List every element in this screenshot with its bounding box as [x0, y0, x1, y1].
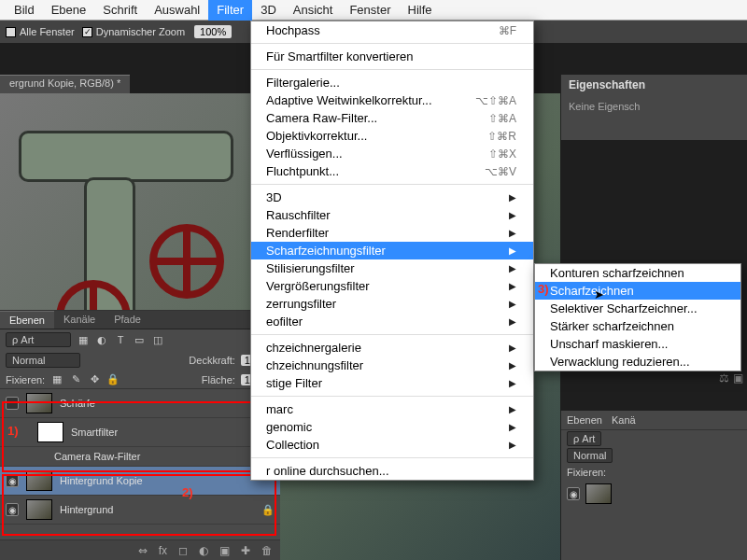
- layer-hintergrund-kopie[interactable]: ◉ Hintergrund Kopie: [0, 467, 280, 496]
- smi-staerker[interactable]: Stärker scharfzeichnen: [535, 317, 740, 335]
- link-layers-icon[interactable]: ⇔: [138, 544, 148, 557]
- smi-scharfzeichnen[interactable]: Scharfzeichnen: [535, 282, 740, 300]
- mi-smartfilter-conv[interactable]: Für Smartfilter konvertieren: [251, 48, 533, 65]
- mi-verfluessigen[interactable]: Verflüssigen...⇧⌘X: [251, 145, 533, 162]
- mi-filtergalerie[interactable]: Filtergalerie...: [251, 74, 533, 91]
- layer-list: Schärfe ◉ Smartfilter Camera Raw-Filter …: [0, 389, 280, 525]
- visibility-toggle[interactable]: [6, 397, 19, 410]
- layer-cameraraw-filter[interactable]: Camera Raw-Filter: [0, 447, 280, 467]
- adjustment-icon[interactable]: ◐: [199, 544, 208, 557]
- mi-adaptive[interactable]: Adaptive Weitwinkelkorrektur...⌥⇧⌘A: [251, 91, 533, 109]
- mi-rauschfilter[interactable]: Rauschfilter▶: [251, 206, 533, 224]
- menu-filter[interactable]: Filter: [208, 0, 252, 21]
- dyn-zoom-label: Dynamischer Zoom: [96, 26, 185, 37]
- props-icon[interactable]: ▣: [733, 371, 743, 385]
- deckkraft-label: Deckkraft:: [189, 355, 235, 366]
- layer-thumb[interactable]: [26, 470, 52, 491]
- mi-zerrungsfilter[interactable]: zerrungsfilter▶: [251, 295, 533, 313]
- alle-fenster-checkbox[interactable]: [6, 27, 16, 37]
- rl-layer-thumb[interactable]: [585, 483, 612, 504]
- filter-type-icon[interactable]: T: [114, 334, 127, 345]
- filter-shape-icon[interactable]: ▭: [133, 334, 146, 346]
- smi-konturen[interactable]: Konturen scharfzeichnen: [535, 264, 740, 282]
- fixieren-label: Fixieren:: [6, 374, 45, 385]
- blend-mode-select[interactable]: Normal: [6, 353, 80, 368]
- mi-fluchtpunkt[interactable]: Fluchtpunkt...⌥⌘V: [251, 162, 533, 180]
- lock-all-icon[interactable]: 🔒: [106, 373, 120, 385]
- layer-schaerfe[interactable]: Schärfe ◉: [0, 389, 280, 418]
- document-tab[interactable]: ergrund Kopie, RGB/8) *: [0, 75, 130, 93]
- filter-smart-icon[interactable]: ◫: [151, 334, 164, 346]
- properties-panel: Eigenschaften Keine Eigensch: [560, 75, 747, 140]
- annotation-3: 3): [538, 282, 549, 296]
- mi-genomic[interactable]: genomic▶: [251, 418, 533, 436]
- lock-brush-icon[interactable]: ✎: [69, 373, 82, 385]
- smi-verwacklung[interactable]: Verwacklung reduzieren...: [535, 353, 740, 371]
- rl-fix-label: Fixieren:: [567, 467, 606, 478]
- alle-fenster-label: Alle Fenster: [20, 26, 75, 37]
- mi-marc[interactable]: marc▶: [251, 400, 533, 418]
- tab-kanaele[interactable]: Kanäle: [54, 311, 105, 329]
- new-layer-icon[interactable]: ✚: [241, 544, 250, 557]
- tab-ebenen[interactable]: Ebenen: [0, 311, 54, 329]
- mi-eofilter[interactable]: eofilter▶: [251, 313, 533, 330]
- layer-thumb[interactable]: [26, 499, 52, 520]
- visibility-toggle[interactable]: ◉: [6, 503, 19, 516]
- mi-chzfilter[interactable]: chzeichnungsfilter▶: [251, 357, 533, 374]
- layer-thumb[interactable]: [26, 393, 52, 413]
- zoom-value[interactable]: 100%: [194, 25, 232, 38]
- mi-renderfilter[interactable]: Renderfilter▶: [251, 224, 533, 242]
- group-icon[interactable]: ▣: [219, 544, 230, 557]
- right-layers-panel: EbenenKanä ρ Art Normal Fixieren: ◉: [560, 411, 747, 560]
- mi-cameraraw[interactable]: Camera Raw-Filter...⇧⌘A: [251, 109, 533, 127]
- menu-ebene[interactable]: Ebene: [43, 0, 95, 21]
- menu-bild[interactable]: Bild: [6, 0, 43, 21]
- smi-unscharf[interactable]: Unscharf maskieren...: [535, 335, 740, 353]
- cursor-icon: ➤: [594, 287, 604, 301]
- rl-eye-icon[interactable]: ◉: [567, 487, 580, 500]
- right-icon-bar: ⚖ ▣: [719, 371, 743, 385]
- mi-stilisierung[interactable]: Stilisierungsfilter▶: [251, 259, 533, 277]
- menu-hilfe[interactable]: Hilfe: [400, 0, 441, 21]
- visibility-toggle[interactable]: ◉: [6, 474, 19, 487]
- balance-icon[interactable]: ⚖: [719, 371, 729, 385]
- dyn-zoom-checkbox[interactable]: [82, 27, 92, 37]
- smi-selektiv[interactable]: Selektiver Scharfzeichner...: [535, 300, 740, 317]
- mi-browse-online[interactable]: r online durchsuchen...: [251, 462, 533, 480]
- trash-icon[interactable]: 🗑: [261, 544, 273, 557]
- lock-icon: 🔒: [261, 504, 275, 516]
- mask-icon[interactable]: ◻: [178, 544, 188, 557]
- fx-icon[interactable]: fx: [159, 544, 167, 557]
- mi-3d[interactable]: 3D▶: [251, 189, 533, 206]
- mi-objektiv[interactable]: Objektivkorrektur...⇧⌘R: [251, 127, 533, 145]
- layers-panel: Ebenen Kanäle Pfade ρ Art ▦ ◐ T ▭ ◫ Norm…: [0, 310, 280, 560]
- filter-mask-thumb[interactable]: [37, 422, 63, 442]
- tab-pfade[interactable]: Pfade: [105, 311, 150, 329]
- filter-image-icon[interactable]: ▦: [77, 334, 90, 346]
- filter-adjust-icon[interactable]: ◐: [95, 334, 108, 346]
- rl-kind[interactable]: ρ Art: [567, 431, 601, 446]
- rl-tab-kanaele[interactable]: Kanä: [612, 414, 636, 426]
- mi-collection[interactable]: Collection▶: [251, 436, 533, 454]
- lock-pixels-icon[interactable]: ▦: [50, 373, 63, 385]
- menu-3d[interactable]: 3D: [252, 0, 285, 21]
- menu-auswahl[interactable]: Auswahl: [146, 0, 208, 21]
- rl-blend[interactable]: Normal: [567, 448, 613, 463]
- menu-ansicht[interactable]: Ansicht: [285, 0, 342, 21]
- menu-fenster[interactable]: Fenster: [341, 0, 399, 21]
- mi-hochpass[interactable]: Hochpass⌘F: [251, 21, 533, 39]
- layer-smartfilter[interactable]: Smartfilter: [0, 418, 280, 447]
- properties-tab[interactable]: Eigenschaften: [561, 75, 747, 95]
- annotation-1: 1): [7, 424, 19, 438]
- rl-tab-ebenen[interactable]: Ebenen: [567, 414, 602, 426]
- mi-vergroesserung[interactable]: Vergrößerungsfilter▶: [251, 277, 533, 295]
- annotation-2: 2): [182, 485, 193, 499]
- layer-kind-select[interactable]: ρ Art: [6, 332, 71, 347]
- mi-chzgalerie[interactable]: chzeichnergalerie▶: [251, 339, 533, 357]
- lock-move-icon[interactable]: ✥: [88, 373, 101, 385]
- scharfzeichnen-submenu: Konturen scharfzeichnen Scharfzeichnen S…: [534, 263, 741, 371]
- mi-scharfzeichnungsfilter[interactable]: Scharfzeichnungsfilter▶: [251, 242, 533, 259]
- menu-schrift[interactable]: Schrift: [94, 0, 146, 21]
- mi-stige[interactable]: stige Filter▶: [251, 374, 533, 392]
- layer-hintergrund[interactable]: ◉ Hintergrund 🔒: [0, 496, 280, 525]
